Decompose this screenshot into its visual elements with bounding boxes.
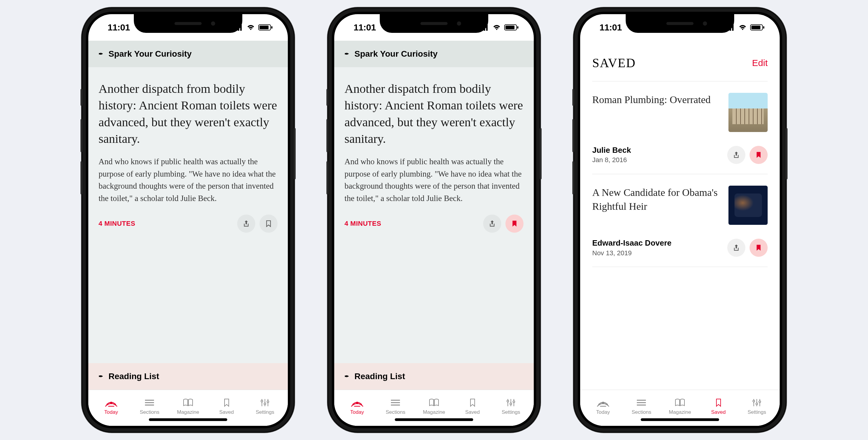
battery-icon <box>750 24 765 31</box>
page-title: SAVED <box>592 56 636 70</box>
tab-saved[interactable]: Saved <box>453 398 492 415</box>
share-icon <box>733 151 740 159</box>
today-icon <box>105 398 118 407</box>
saved-article-title: A New Candidate for Obama's Rightful Hei… <box>592 186 719 213</box>
bookmark-icon <box>265 220 273 227</box>
tab-settings[interactable]: Settings <box>738 398 776 415</box>
section-label: Reading List <box>354 372 405 381</box>
quill-icon: ✒ <box>344 373 349 380</box>
article-author: Julie Beck <box>592 145 631 156</box>
svg-rect-39 <box>751 26 761 29</box>
svg-point-33 <box>513 401 515 403</box>
article-card[interactable]: Another dispatch from bodily history: An… <box>88 67 288 215</box>
share-icon <box>242 220 250 227</box>
tab-sections[interactable]: Sections <box>622 398 661 415</box>
home-indicator[interactable] <box>149 418 227 421</box>
tab-settings[interactable]: Settings <box>246 398 284 415</box>
bookmark-filled-icon <box>755 151 763 159</box>
tab-saved[interactable]: Saved <box>207 398 246 415</box>
svg-point-49 <box>756 403 758 405</box>
article-date: Jan 8, 2016 <box>592 156 631 165</box>
article-excerpt: And who knows if public health was actua… <box>344 156 524 204</box>
section-header-reading-list: ✒ Reading List <box>334 363 534 390</box>
section-label: Spark Your Curiosity <box>354 49 438 59</box>
tab-today[interactable]: Today <box>92 398 130 415</box>
article-headline: Another dispatch from bodily history: An… <box>98 81 278 147</box>
quill-icon: ✒ <box>98 51 103 57</box>
article-date: Nov 13, 2019 <box>592 249 672 258</box>
wifi-icon <box>246 24 255 31</box>
bookmark-filled-icon <box>510 220 518 227</box>
quill-icon: ✒ <box>344 51 349 57</box>
home-indicator[interactable] <box>395 418 473 421</box>
share-button[interactable] <box>237 215 255 233</box>
phone-mockup-2: 11:01 ✒ Spark Your Curiosity Another dis… <box>328 7 540 433</box>
share-button[interactable] <box>727 239 745 257</box>
svg-rect-23 <box>517 26 518 29</box>
tab-magazine[interactable]: Magazine <box>169 398 207 415</box>
share-icon <box>488 220 496 227</box>
svg-rect-6 <box>271 26 273 29</box>
phone-mockup-3: 11:01 SAVED Edit Roman Plumbing: Overrat… <box>574 7 786 433</box>
article-headline: Another dispatch from bodily history: An… <box>344 81 524 147</box>
section-label: Reading List <box>108 372 159 381</box>
bookmark-button-active[interactable] <box>749 239 768 257</box>
tab-today[interactable]: Today <box>338 398 376 415</box>
home-indicator[interactable] <box>641 418 719 421</box>
status-time: 11:01 <box>353 22 376 33</box>
tab-sections[interactable]: Sections <box>376 398 415 415</box>
today-icon <box>351 398 364 407</box>
section-label: Spark Your Curiosity <box>108 49 192 59</box>
saved-article-title: Roman Plumbing: Overrated <box>592 93 719 107</box>
svg-point-50 <box>759 401 761 403</box>
notch <box>134 14 242 33</box>
magazine-icon <box>428 398 440 407</box>
today-icon <box>597 398 610 407</box>
bookmark-button-active[interactable] <box>749 146 768 164</box>
quill-icon: ✒ <box>98 373 103 380</box>
battery-icon <box>504 24 519 31</box>
magazine-icon <box>182 398 194 407</box>
svg-point-16 <box>267 401 269 403</box>
saved-article-item[interactable]: Roman Plumbing: Overrated Julie Beck Jan… <box>592 81 768 174</box>
svg-rect-22 <box>505 26 515 29</box>
bookmark-button[interactable] <box>259 215 278 233</box>
article-thumbnail <box>728 93 768 132</box>
svg-point-14 <box>261 400 263 402</box>
saved-article-item[interactable]: A New Candidate for Obama's Rightful Hei… <box>592 174 768 267</box>
magazine-icon <box>674 398 686 407</box>
svg-point-32 <box>510 403 512 405</box>
battery-icon <box>258 24 273 31</box>
tab-saved[interactable]: Saved <box>699 398 738 415</box>
share-icon <box>733 244 740 252</box>
bookmark-icon <box>466 398 479 407</box>
read-time: 4 MINUTES <box>344 220 381 227</box>
settings-icon <box>258 398 271 407</box>
edit-button[interactable]: Edit <box>752 58 768 68</box>
article-card[interactable]: Another dispatch from bodily history: An… <box>334 67 534 215</box>
article-excerpt: And who knows if public health was actua… <box>98 156 278 204</box>
notch <box>626 14 734 33</box>
tab-magazine[interactable]: Magazine <box>661 398 699 415</box>
section-header-reading-list: ✒ Reading List <box>88 363 288 390</box>
share-button[interactable] <box>727 146 745 164</box>
svg-point-48 <box>753 400 755 402</box>
tab-settings[interactable]: Settings <box>492 398 530 415</box>
tab-magazine[interactable]: Magazine <box>415 398 453 415</box>
tab-sections[interactable]: Sections <box>130 398 169 415</box>
bookmark-button-active[interactable] <box>505 215 524 233</box>
bookmark-filled-icon <box>755 244 763 252</box>
svg-point-31 <box>507 400 509 402</box>
svg-point-7 <box>110 402 113 404</box>
settings-icon <box>504 398 517 407</box>
bookmark-icon <box>712 398 725 407</box>
notch <box>380 14 488 33</box>
wifi-icon <box>492 24 501 31</box>
tab-today[interactable]: Today <box>584 398 622 415</box>
article-author: Edward-Isaac Dovere <box>592 238 672 248</box>
svg-point-15 <box>264 403 266 405</box>
share-button[interactable] <box>483 215 501 233</box>
svg-point-24 <box>356 402 358 404</box>
svg-point-41 <box>602 402 604 404</box>
sections-icon <box>635 398 648 407</box>
